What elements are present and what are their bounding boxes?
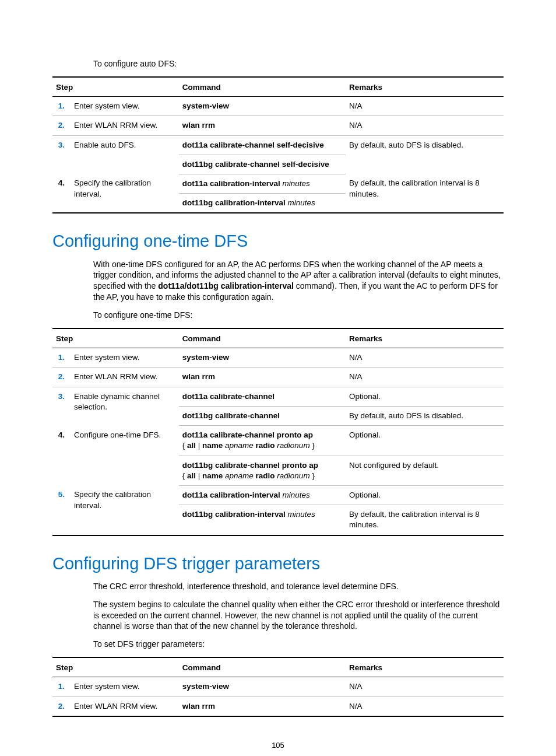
step-cmd: dot11bg calibration-interval minutes [179, 505, 346, 536]
table-row: 5. Specify the calibration interval. dot… [52, 485, 504, 505]
step-rem: Optional. [346, 387, 504, 406]
table-row: 4. Specify the calibration interval. dot… [52, 174, 504, 193]
th-remarks: Remarks [346, 657, 504, 677]
step-desc: Enable dynamic channel selection. [71, 387, 179, 425]
table-row: 4. Configure one-time DFS. dot11a calibr… [52, 426, 504, 456]
step-cmd: system-view [179, 677, 346, 696]
step-rem: N/A [346, 696, 504, 716]
step-cmd: system-view [179, 348, 346, 368]
section2-intro: To configure one-time DFS: [93, 310, 504, 321]
page-content: To configure auto DFS: Step Command Rema… [0, 0, 556, 756]
step-cmd: dot11bg calibrate-channel self-decisive [179, 155, 346, 174]
step-cmd: wlan rrm [179, 696, 346, 716]
step-number: 1. [58, 682, 65, 691]
th-remarks: Remarks [346, 328, 504, 348]
step-desc: Enter WLAN RRM view. [71, 368, 179, 387]
heading-trigger-params: Configuring DFS trigger parameters [52, 552, 504, 575]
step-number: 3. [58, 392, 65, 401]
table-onetime-dfs: Step Command Remarks 1. Enter system vie… [52, 328, 504, 536]
step-number: 1. [58, 353, 65, 362]
step-rem: By default, the calibration interval is … [346, 505, 504, 536]
step-desc: Enter system view. [71, 97, 179, 116]
step-cmd: dot11a calibrate-channel self-decisive [179, 135, 346, 155]
step-cmd: dot11a calibrate-channel pronto ap { all… [179, 426, 346, 456]
section3-para2: The system begins to calculate the chann… [93, 599, 504, 632]
step-cmd: dot11bg calibration-interval minutes [179, 194, 346, 214]
table-row: 2. Enter WLAN RRM view. wlan rrm N/A [52, 696, 504, 716]
table-row: 2. Enter WLAN RRM view. wlan rrm N/A [52, 116, 504, 135]
th-command: Command [179, 77, 346, 97]
step-desc: Enter WLAN RRM view. [71, 696, 179, 716]
step-rem: N/A [346, 348, 504, 368]
table-row: 1. Enter system view. system-view N/A [52, 97, 504, 116]
step-cmd: dot11a calibrate-channel [179, 387, 346, 406]
step-cmd: wlan rrm [179, 116, 346, 135]
th-remarks: Remarks [346, 77, 504, 97]
step-number: 4. [58, 430, 65, 439]
step-number: 4. [58, 178, 65, 187]
table-row: 3. Enable auto DFS. dot11a calibrate-cha… [52, 135, 504, 155]
step-rem: N/A [346, 116, 504, 135]
step-desc: Enter system view. [71, 677, 179, 696]
step-number: 2. [58, 121, 65, 130]
table-auto-dfs: Step Command Remarks 1. Enter system vie… [52, 76, 504, 214]
th-step: Step [52, 657, 179, 677]
section2-para: With one-time DFS configured for an AP, … [93, 259, 504, 303]
th-step: Step [52, 77, 179, 97]
step-desc: Enter system view. [71, 348, 179, 368]
th-command: Command [179, 328, 346, 348]
th-step: Step [52, 328, 179, 348]
step-desc: Specify the calibration interval. [71, 174, 179, 213]
table-row: 3. Enable dynamic channel selection. dot… [52, 387, 504, 406]
step-cmd: dot11a calibration-interval minutes [179, 174, 346, 193]
step-rem: By default, the calibration interval is … [346, 174, 504, 213]
section3-para1: The CRC error threshold, interference th… [93, 581, 504, 592]
section1-intro: To configure auto DFS: [93, 58, 504, 69]
step-cmd: system-view [179, 97, 346, 116]
step-number: 2. [58, 702, 65, 710]
table-trigger-params: Step Command Remarks 1. Enter system vie… [52, 657, 504, 717]
table-row: 2. Enter WLAN RRM view. wlan rrm N/A [52, 368, 504, 387]
table-row: 1. Enter system view. system-view N/A [52, 677, 504, 696]
step-desc: Enable auto DFS. [71, 135, 179, 174]
step-rem: N/A [346, 368, 504, 387]
step-rem: Optional. [346, 426, 504, 456]
step-rem: N/A [346, 97, 504, 116]
step-desc: Enter WLAN RRM view. [71, 116, 179, 135]
step-cmd: dot11a calibration-interval minutes [179, 485, 346, 505]
th-command: Command [179, 657, 346, 677]
step-cmd: wlan rrm [179, 368, 346, 387]
step-number: 2. [58, 372, 65, 381]
heading-onetime-dfs: Configuring one-time DFS [52, 230, 504, 253]
step-cmd: dot11bg calibrate-channel [179, 406, 346, 425]
step-number: 1. [58, 102, 65, 110]
section3-intro: To set DFS trigger parameters: [93, 639, 504, 650]
step-rem: Not configured by default. [346, 456, 504, 485]
table-row: 1. Enter system view. system-view N/A [52, 348, 504, 368]
step-number: 5. [58, 490, 65, 499]
step-rem: N/A [346, 677, 504, 696]
step-desc: Specify the calibration interval. [71, 485, 179, 535]
step-rem: Optional. [346, 485, 504, 505]
step-cmd: dot11bg calibrate-channel pronto ap { al… [179, 456, 346, 485]
step-number: 3. [58, 141, 65, 149]
step-rem: By default, auto DFS is disabled. [346, 135, 504, 174]
step-desc: Configure one-time DFS. [71, 426, 179, 486]
step-rem: By default, auto DFS is disabled. [346, 406, 504, 425]
page-number: 105 [52, 740, 504, 751]
